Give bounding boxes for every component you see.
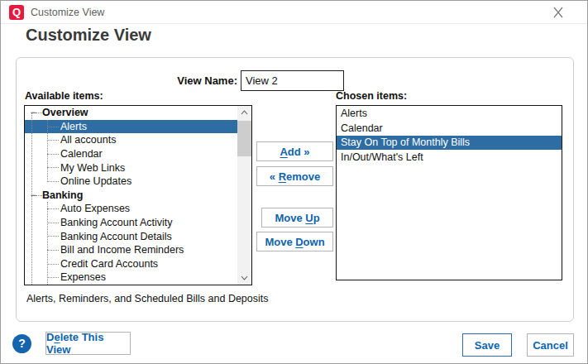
chosen-items-label: Chosen items: [336, 90, 407, 102]
save-button[interactable]: Save [462, 333, 512, 357]
collapse-icon[interactable]: − [28, 106, 38, 120]
close-icon[interactable] [551, 6, 566, 19]
tree-item-auto-expenses[interactable]: Auto Expenses [25, 202, 251, 216]
view-name-input[interactable] [241, 70, 344, 91]
chosen-item-calendar[interactable]: Calendar [337, 121, 562, 136]
item-description-text: Alerts, Reminders, and Scheduled Bills a… [26, 293, 269, 304]
main-panel: View Name: Available items: Chosen items… [16, 57, 574, 322]
tree-item-banking-account-activity[interactable]: Banking Account Activity [25, 216, 251, 230]
tree-item-credit-card-accounts[interactable]: Credit Card Accounts [25, 257, 251, 271]
tree-group-banking[interactable]: − Banking [25, 189, 251, 203]
tree-guide-line [31, 113, 32, 285]
chosen-item-in-out-whats-left[interactable]: In/Out/What's Left [337, 150, 562, 165]
cancel-button[interactable]: Cancel [527, 333, 574, 357]
tree-group-overview[interactable]: − Overview [25, 106, 251, 120]
tree-item-my-web-links[interactable]: My Web Links [25, 160, 251, 175]
tree-item-all-accounts[interactable]: All accounts [25, 133, 251, 147]
available-items-label: Available items: [25, 90, 103, 102]
tree-item-calendar[interactable]: Calendar [25, 147, 251, 161]
customize-view-dialog: Q Customize View Customize View View Nam… [0, 0, 588, 364]
title-bar: Q Customize View [1, 1, 587, 24]
tree-item-bill-and-income-reminders[interactable]: Bill and Income Reminders [25, 243, 251, 257]
tree-item-expenses[interactable]: Expenses [25, 271, 251, 285]
tree-item-banking-account-details[interactable]: Banking Account Details [25, 229, 251, 243]
chosen-item-alerts[interactable]: Alerts [337, 106, 562, 121]
chosen-items-list: Alerts Calendar Stay On Top of Monthly B… [336, 105, 562, 280]
vertical-scrollbar[interactable] [237, 106, 251, 285]
scroll-down-icon[interactable] [237, 271, 251, 285]
quicken-logo-icon: Q [9, 5, 24, 20]
move-up-button[interactable]: Move Up [261, 208, 333, 228]
help-button[interactable]: ? [12, 334, 31, 353]
tree-item-online-updates[interactable]: Online Updates [25, 175, 251, 189]
window-title: Customize View [31, 7, 104, 18]
scroll-up-icon[interactable] [237, 106, 251, 119]
tree-guide-line [47, 202, 48, 285]
tree-item-alerts[interactable]: Alerts [25, 120, 251, 134]
add-button[interactable]: Add » [256, 141, 333, 161]
scrollbar-thumb[interactable] [237, 121, 251, 156]
collapse-icon[interactable]: − [28, 189, 38, 203]
chosen-item-stay-on-top-of-monthly-bills[interactable]: Stay On Top of Monthly Bills [337, 136, 562, 151]
view-name-label: View Name: [17, 74, 237, 87]
page-title: Customize View [26, 26, 151, 45]
move-down-button[interactable]: Move Down [256, 232, 333, 251]
tree-guide-line [47, 120, 48, 182]
available-items-list: − Overview Alerts All accounts Calendar … [24, 105, 252, 285]
delete-this-view-button[interactable]: Delete This View [45, 332, 131, 355]
remove-button[interactable]: « Remove [256, 166, 333, 186]
